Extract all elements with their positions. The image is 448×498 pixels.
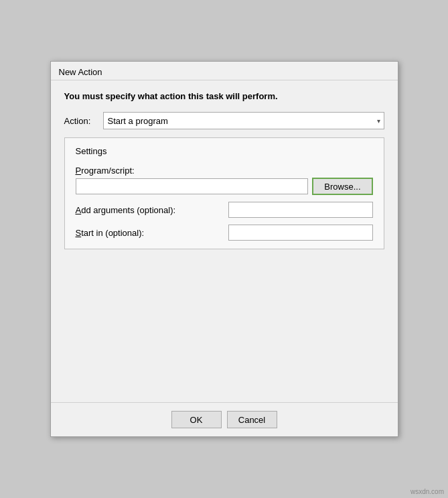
action-dropdown-wrapper[interactable]: Start a program Send an e-mail (deprecat… xyxy=(103,112,384,129)
start-in-label: Start in (optional): xyxy=(76,228,223,238)
dialog-title: New Action xyxy=(59,67,102,77)
program-script-input[interactable] xyxy=(76,178,309,194)
action-label: Action: xyxy=(64,116,98,126)
browse-button[interactable]: Browse... xyxy=(312,178,372,195)
program-script-row: Browse... xyxy=(76,178,373,195)
dialog-window: New Action You must specify what action … xyxy=(50,61,398,437)
cancel-button[interactable]: Cancel xyxy=(227,411,277,428)
add-arguments-input[interactable] xyxy=(228,202,373,218)
watermark: wsxdn.com xyxy=(410,488,444,495)
spacer xyxy=(64,257,384,391)
program-script-group: Program/script: Browse... xyxy=(76,166,373,195)
action-row: Action: Start a program Send an e-mail (… xyxy=(64,112,384,129)
title-bar: New Action xyxy=(51,62,398,80)
settings-title: Settings xyxy=(76,146,373,156)
start-in-input[interactable] xyxy=(228,225,373,241)
add-arguments-label: Add arguments (optional): xyxy=(76,205,223,215)
program-script-label: Program/script: xyxy=(76,166,373,176)
action-dropdown[interactable]: Start a program Send an e-mail (deprecat… xyxy=(103,112,384,129)
start-in-row: Start in (optional): xyxy=(76,225,373,241)
ok-button[interactable]: OK xyxy=(171,411,222,428)
settings-section: Settings Program/script: Browse... Add a… xyxy=(64,137,384,249)
add-arguments-row: Add arguments (optional): xyxy=(76,202,373,218)
dialog-body: You must specify what action this task w… xyxy=(51,80,398,402)
program-script-label-text: Program/script: xyxy=(76,166,135,176)
warning-text: You must specify what action this task w… xyxy=(64,91,384,101)
button-bar: OK Cancel xyxy=(51,402,398,436)
